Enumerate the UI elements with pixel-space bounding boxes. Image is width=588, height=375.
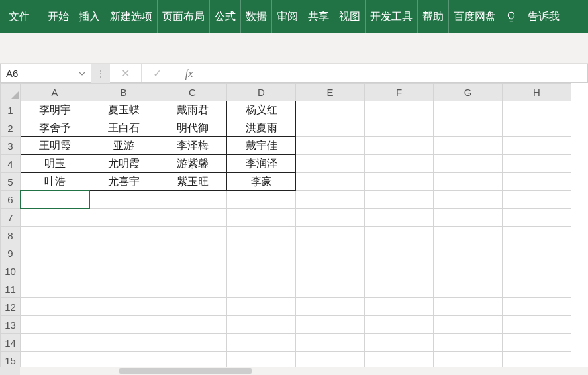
cell[interactable]: [503, 119, 571, 137]
cell[interactable]: 戴宇佳: [227, 137, 296, 155]
cell[interactable]: [227, 316, 296, 334]
cell[interactable]: [89, 298, 158, 316]
cell[interactable]: [158, 227, 227, 244]
cell[interactable]: [227, 209, 296, 227]
cell[interactable]: [434, 101, 503, 119]
cell[interactable]: [296, 244, 365, 262]
cell[interactable]: [503, 155, 571, 173]
cell[interactable]: [503, 209, 571, 227]
cell[interactable]: 王明霞: [21, 137, 89, 155]
col-header-E[interactable]: E: [296, 84, 365, 101]
col-header-B[interactable]: B: [89, 84, 158, 101]
tab-file[interactable]: 文件: [4, 0, 43, 33]
chevron-down-icon[interactable]: [79, 70, 85, 77]
cell[interactable]: [21, 316, 89, 334]
cell[interactable]: [21, 280, 89, 298]
row-header[interactable]: 7: [1, 209, 21, 227]
col-header-A[interactable]: A: [21, 84, 89, 101]
cell[interactable]: [227, 262, 296, 280]
cell[interactable]: [158, 209, 227, 227]
cell[interactable]: [503, 173, 571, 191]
cell[interactable]: [434, 298, 503, 316]
tab-home[interactable]: 开始: [43, 0, 74, 33]
cell[interactable]: [434, 227, 503, 244]
scrollbar-track[interactable]: [20, 367, 588, 375]
cell[interactable]: 李润泽: [227, 155, 296, 173]
cell[interactable]: [227, 352, 296, 368]
cell[interactable]: [503, 244, 571, 262]
cell[interactable]: 叶浩: [21, 173, 89, 191]
tell-me-input[interactable]: 告诉我: [521, 0, 566, 33]
row-header[interactable]: 6: [1, 191, 21, 209]
cell[interactable]: [434, 209, 503, 227]
tab-baidu-disk[interactable]: 百度网盘: [449, 0, 501, 33]
tab-review[interactable]: 审阅: [272, 0, 303, 33]
cell[interactable]: [434, 262, 503, 280]
cell[interactable]: [296, 298, 365, 316]
cell[interactable]: [365, 209, 434, 227]
cell[interactable]: [89, 209, 158, 227]
cell[interactable]: [158, 352, 227, 368]
cell[interactable]: [296, 262, 365, 280]
cell[interactable]: [296, 352, 365, 368]
cell[interactable]: [365, 173, 434, 191]
cell[interactable]: [365, 137, 434, 155]
cell[interactable]: [365, 155, 434, 173]
col-header-G[interactable]: G: [434, 84, 503, 101]
expand-dots-icon[interactable]: ⋮: [91, 64, 110, 83]
cell[interactable]: [227, 298, 296, 316]
col-header-F[interactable]: F: [365, 84, 434, 101]
cell[interactable]: [503, 262, 571, 280]
cell[interactable]: [21, 227, 89, 244]
spreadsheet-grid[interactable]: A B C D E F G H 1 李明宇 夏玉蝶 戴雨君 杨义红: [0, 83, 588, 367]
cell[interactable]: [434, 352, 503, 368]
cell[interactable]: [21, 209, 89, 227]
cell[interactable]: 王白石: [89, 119, 158, 137]
col-header-D[interactable]: D: [227, 84, 296, 101]
cell[interactable]: [434, 191, 503, 209]
cell[interactable]: 游紫馨: [158, 155, 227, 173]
cell[interactable]: [227, 227, 296, 244]
cell[interactable]: [21, 262, 89, 280]
cell[interactable]: [503, 227, 571, 244]
cell[interactable]: [158, 316, 227, 334]
cell[interactable]: [434, 280, 503, 298]
cell[interactable]: 尤明霞: [89, 155, 158, 173]
cell[interactable]: [296, 316, 365, 334]
cell[interactable]: [89, 352, 158, 368]
cell[interactable]: 亚游: [89, 137, 158, 155]
cell[interactable]: [365, 352, 434, 368]
cell[interactable]: 明玉: [21, 155, 89, 173]
cell[interactable]: [158, 191, 227, 209]
cell[interactable]: [503, 334, 571, 352]
cell[interactable]: 李泽梅: [158, 137, 227, 155]
col-header-C[interactable]: C: [158, 84, 227, 101]
cell[interactable]: [296, 280, 365, 298]
scrollbar-thumb[interactable]: [119, 368, 252, 374]
row-header[interactable]: 4: [1, 155, 21, 173]
cell[interactable]: [503, 137, 571, 155]
row-header[interactable]: 3: [1, 137, 21, 155]
tab-developer[interactable]: 开发工具: [366, 0, 418, 33]
horizontal-scrollbar[interactable]: [0, 367, 588, 375]
cell[interactable]: [365, 191, 434, 209]
tab-data[interactable]: 数据: [241, 0, 272, 33]
cell[interactable]: [503, 298, 571, 316]
cell[interactable]: 杨义红: [227, 101, 296, 119]
select-all-corner[interactable]: [1, 84, 21, 101]
lightbulb-icon[interactable]: [501, 0, 521, 33]
row-header[interactable]: 11: [1, 280, 21, 298]
cell[interactable]: [365, 244, 434, 262]
cell[interactable]: 李舍予: [21, 119, 89, 137]
cell[interactable]: [296, 227, 365, 244]
cell[interactable]: [365, 334, 434, 352]
cell[interactable]: [21, 298, 89, 316]
cell[interactable]: [89, 191, 158, 209]
cell[interactable]: [21, 334, 89, 352]
cell[interactable]: 尤喜宇: [89, 173, 158, 191]
cell[interactable]: 李豪: [227, 173, 296, 191]
row-header[interactable]: 5: [1, 173, 21, 191]
row-header[interactable]: 10: [1, 262, 21, 280]
cell[interactable]: 夏玉蝶: [89, 101, 158, 119]
col-header-H[interactable]: H: [503, 84, 571, 101]
